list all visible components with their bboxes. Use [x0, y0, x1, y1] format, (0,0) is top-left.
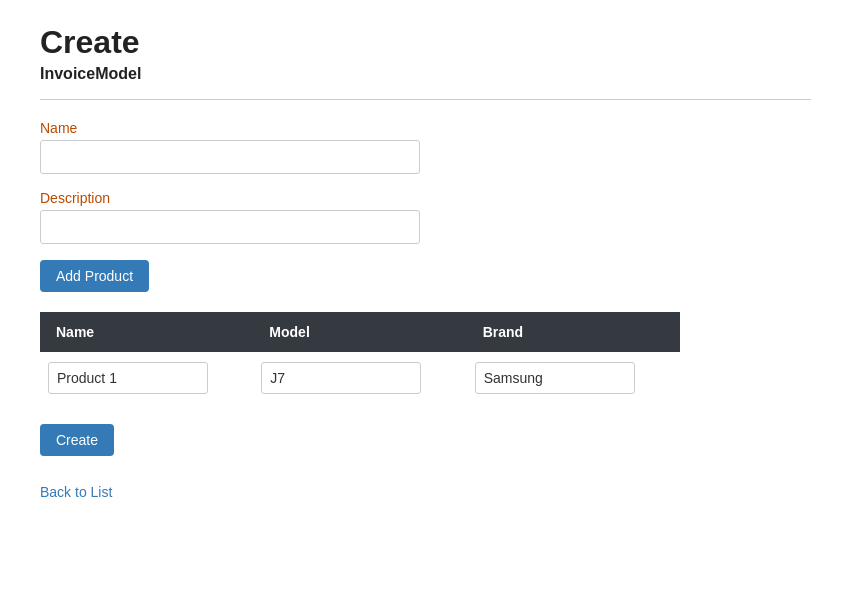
page-subtitle: InvoiceModel	[40, 65, 811, 83]
cell-name	[40, 352, 253, 404]
description-form-group: Description	[40, 190, 811, 244]
name-input[interactable]	[40, 140, 420, 174]
name-label: Name	[40, 120, 811, 136]
brand-table-input[interactable]	[475, 362, 635, 394]
add-product-button[interactable]: Add Product	[40, 260, 149, 292]
description-label: Description	[40, 190, 811, 206]
create-button[interactable]: Create	[40, 424, 114, 456]
col-model: Model	[253, 312, 466, 352]
divider	[40, 99, 811, 100]
back-to-list-link[interactable]: Back to List	[40, 484, 112, 500]
description-input[interactable]	[40, 210, 420, 244]
product-table: Name Model Brand	[40, 312, 680, 404]
col-brand: Brand	[467, 312, 680, 352]
page-title: Create	[40, 24, 811, 61]
cell-model	[253, 352, 466, 404]
name-table-input[interactable]	[48, 362, 208, 394]
name-form-group: Name	[40, 120, 811, 174]
table-row	[40, 352, 680, 404]
model-table-input[interactable]	[261, 362, 421, 394]
cell-brand	[467, 352, 680, 404]
table-header-row: Name Model Brand	[40, 312, 680, 352]
col-name: Name	[40, 312, 253, 352]
